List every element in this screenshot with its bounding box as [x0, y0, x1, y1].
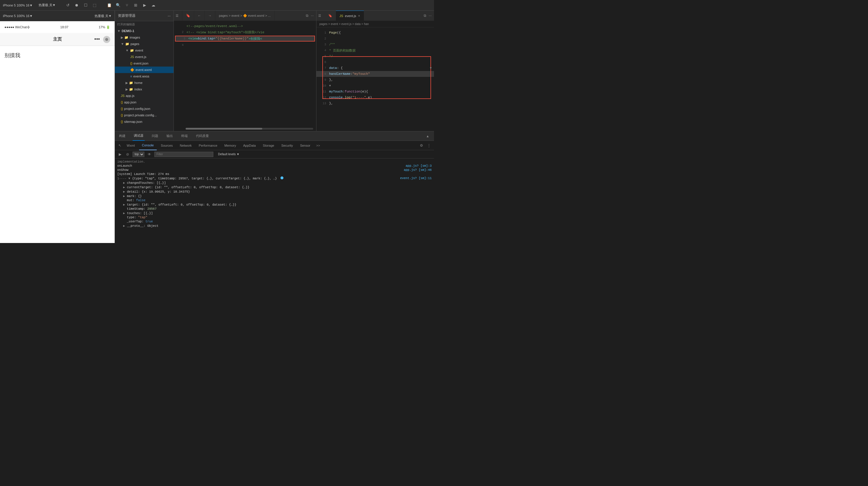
folder-pages[interactable]: ▼ 📁 pages [115, 41, 174, 47]
filter-input[interactable] [154, 152, 213, 157]
main-layout: iPhone 5 100% 16▼ 热重载 关▼ ●●●●● WeChat令 1… [0, 10, 434, 243]
tab-sources[interactable]: Sources [158, 141, 176, 150]
scrollbar-thumb[interactable] [186, 128, 262, 130]
level-label[interactable]: Default levels ▼ [218, 153, 240, 156]
branch-icon[interactable]: ⑂ [124, 2, 130, 8]
grid-icon[interactable]: ⊞ [133, 2, 139, 8]
play-btn[interactable]: ▶ [117, 152, 123, 157]
curr-target-text: ▶ currentTarget: {id: "", offsetLeft: 0,… [123, 185, 250, 189]
bottom-tabs-more[interactable]: ▲ [424, 134, 431, 138]
ban-icon[interactable]: ⊘ [125, 152, 130, 157]
tab-codequality[interactable]: 代码质量 [195, 131, 210, 141]
refresh-icon[interactable]: ↺ [65, 2, 71, 8]
file-sitemap[interactable]: {} sitemap.json [115, 119, 174, 125]
devtools-pointer-icon[interactable]: ↖ [117, 143, 123, 148]
expand-10[interactable]: ▼ [329, 84, 331, 88]
tab-console[interactable]: Console [139, 141, 157, 150]
eye-icon[interactable]: 👁 [147, 152, 152, 157]
func-paren: (e){ [360, 90, 368, 93]
folder-home[interactable]: ▶ 📁 home [115, 79, 174, 86]
horizontal-scrollbar[interactable] [186, 128, 313, 130]
main-code-editor: ☰ 🔖 ← → pages > event > 🔶 event.wxml > .… [174, 10, 316, 131]
tap-link[interactable]: event.js? [sm]:11 [400, 176, 432, 180]
toolbar-icons: ↺ ⏺ ☐ ⬚ 📋 🔍 ⑂ ⊞ ▶ ☁ [65, 2, 156, 8]
device-selector[interactable]: iPhone 5 100% 16▼ 热重载 关▼ [3, 3, 56, 7]
open-editors-label[interactable]: 打开的编辑器 [115, 21, 174, 28]
expand-detail[interactable]: ▶ [123, 190, 125, 194]
editor-back[interactable]: ← [194, 10, 205, 21]
folder-index[interactable]: ▶ 📁 index [115, 86, 174, 93]
cloud-icon[interactable]: ☁ [151, 2, 156, 8]
expand-touches[interactable]: ▶ [123, 212, 125, 215]
hotreload-toggle[interactable]: 热重载 关▼ [95, 14, 112, 18]
folder-images[interactable]: ▶ 📁 images [115, 34, 174, 41]
right-tab-icons: ⧉ ··· [421, 10, 434, 21]
console-line-impl: implementation. [117, 160, 432, 164]
expand-proto[interactable]: ▶ [123, 224, 125, 228]
event-wxml-label: event.wxml [135, 68, 152, 72]
file-project-private[interactable]: {} project.private.config... [115, 112, 174, 119]
onlaunch-link[interactable]: app.js? [sm]:3 [406, 164, 432, 168]
tab-output[interactable]: 输出 [165, 131, 174, 141]
phone-nav-record[interactable] [103, 36, 110, 43]
expand-curr[interactable]: ▶ [123, 186, 125, 189]
tab-debugger[interactable]: 调试器 [132, 131, 145, 141]
right-split-icon[interactable]: ⧉ [424, 13, 426, 18]
editor-forward[interactable]: → [205, 10, 215, 21]
editor-hamburger[interactable]: ☰ [174, 10, 182, 21]
expand-arr[interactable]: 1---- ▼ [117, 177, 132, 180]
right-tab-close[interactable]: ✕ [358, 14, 360, 18]
collapse-icon[interactable]: ▼ [430, 67, 432, 70]
images-label: images [130, 36, 140, 39]
tab-sensor[interactable]: Sensor [297, 141, 313, 150]
play-icon[interactable]: ▶ [142, 2, 148, 8]
file-event-wxss[interactable]: ≡ event.wxss [115, 73, 174, 79]
phone-nav-dots[interactable]: ••• [94, 36, 100, 42]
tab-performance[interactable]: Performance [196, 141, 220, 150]
devtools-dots[interactable]: ⋮ [426, 143, 432, 148]
editor-content: <!--pages/event/event.wxml--> 2 <!-- <vi… [174, 21, 316, 131]
folder-event[interactable]: ▼ 📁 event [115, 47, 174, 54]
tab-icons: ⧉ ··· [304, 10, 316, 21]
file-app-json[interactable]: {} app.json [115, 99, 174, 105]
tab-storage[interactable]: Storage [260, 141, 277, 150]
hotreload-label[interactable]: 热重载 关▼ [39, 3, 56, 7]
search-icon[interactable]: 🔍 [115, 2, 121, 8]
console-content[interactable]: implementation. onLaunch app.js? [sm]:3 … [115, 159, 434, 243]
file-event-js[interactable]: JS event.js [115, 54, 174, 60]
right-tab-eventjs[interactable]: JS event.js ✕ [336, 10, 364, 21]
tab-memory[interactable]: Memory [222, 141, 239, 150]
expand-ct[interactable]: ▶ [123, 181, 125, 185]
device-icon[interactable]: ☐ [83, 2, 89, 8]
tab-network[interactable]: Network [177, 141, 194, 150]
right-hamburger[interactable]: ☰ [316, 10, 325, 21]
tab-terminal[interactable]: 终端 [180, 131, 189, 141]
tab-security[interactable]: Security [278, 141, 296, 150]
expand-mark[interactable]: ▶ [123, 194, 125, 198]
tab-wxml[interactable]: Wxml [124, 141, 138, 150]
settings-icon[interactable]: ⚙ [419, 143, 424, 148]
file-event-json[interactable]: {} event.json [115, 60, 174, 67]
tab-issues[interactable]: 问题 [151, 131, 159, 141]
root-folder[interactable]: ▼ DEMO-1 [115, 28, 174, 34]
file-app-js[interactable]: JS app.js [115, 93, 174, 99]
copy-icon[interactable]: 📋 [106, 2, 112, 8]
split-icon[interactable]: ⧉ [306, 13, 309, 18]
explorer-more[interactable]: ··· [168, 14, 170, 18]
right-bookmark[interactable]: 🔖 [325, 10, 336, 21]
file-event-wxml[interactable]: 🔶 event.wxml [115, 67, 174, 73]
file-project-config[interactable]: {} project.config.json [115, 105, 174, 112]
onshow-link[interactable]: app.js? [sm]:46 [404, 168, 432, 172]
stop-icon[interactable]: ⏺ [74, 2, 80, 8]
right-line-2: 2 [316, 36, 434, 41]
more-icon[interactable]: ··· [311, 13, 314, 18]
context-select[interactable]: top [132, 152, 144, 157]
expand-target[interactable]: ▶ [123, 203, 125, 206]
devtools-more[interactable]: >> [314, 144, 322, 147]
log-str: "1----" [352, 96, 366, 99]
tab-appdata[interactable]: AppData [240, 141, 259, 150]
tab-build[interactable]: 构建 [118, 131, 127, 141]
layout-icon[interactable]: ⬚ [92, 2, 97, 8]
right-more-icon[interactable]: ··· [429, 13, 432, 18]
editor-bookmark[interactable]: 🔖 [182, 10, 194, 21]
